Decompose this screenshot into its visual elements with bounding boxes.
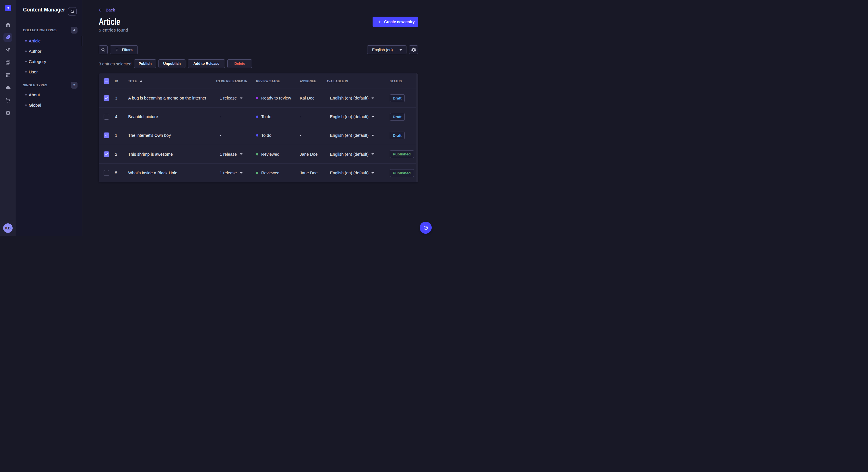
row-title: This shrimp is awesome xyxy=(128,152,216,157)
search-icon xyxy=(101,47,105,52)
locale-select-value: English (en) xyxy=(372,47,393,52)
question-circle-icon xyxy=(423,225,429,231)
row-checkbox[interactable] xyxy=(104,114,110,120)
locale-select[interactable]: English (en) xyxy=(367,45,406,54)
table-row[interactable]: 5What's inside a Black Hole1 releaseRevi… xyxy=(99,164,416,182)
layout-icon xyxy=(5,72,11,78)
question-circle-icon-slot xyxy=(423,225,429,231)
row-available-in[interactable]: English (en) (default) xyxy=(327,96,390,100)
sidebar-item-about[interactable]: About xyxy=(16,90,82,100)
check-icon xyxy=(105,152,108,156)
row-title: A bug is becoming a meme on the internet xyxy=(128,96,216,100)
sidebar-item-article[interactable]: Article xyxy=(16,36,82,46)
rail-item-deploy[interactable] xyxy=(0,81,16,94)
row-available-in[interactable]: English (en) (default) xyxy=(327,114,390,119)
row-assignee: Jane Doe xyxy=(300,152,327,157)
row-available-in[interactable]: English (en) (default) xyxy=(327,133,390,138)
view-settings-button[interactable] xyxy=(409,45,418,54)
row-assignee: - xyxy=(300,114,327,119)
row-release[interactable]: 1 release xyxy=(216,152,256,157)
row-checkbox[interactable] xyxy=(104,133,110,138)
table-row[interactable]: 4Beautiful picture-To do-English (en) (d… xyxy=(99,107,416,126)
row-id: 4 xyxy=(115,114,128,119)
column-header-id[interactable]: ID xyxy=(115,79,128,83)
filters-button[interactable]: Filters xyxy=(110,45,138,54)
user-avatar[interactable]: KD xyxy=(3,224,12,233)
rail-item-content-type-builder[interactable] xyxy=(0,69,16,81)
chevron-down-icon xyxy=(371,116,374,117)
chevron-down-icon xyxy=(240,172,243,174)
sidebar-search-button[interactable] xyxy=(68,7,76,16)
table-row[interactable]: 3A bug is becoming a meme on the interne… xyxy=(99,89,416,107)
sidebar-scrollbar-thumb[interactable] xyxy=(82,36,82,46)
row-release[interactable]: 1 release xyxy=(216,171,256,175)
rail-item-settings[interactable] xyxy=(0,107,16,119)
table-header-row: ID TITLE TO BE RELEASED IN REVIEW STAGE … xyxy=(99,73,416,89)
row-release-value: 1 release xyxy=(220,152,237,157)
select-all-checkbox[interactable] xyxy=(104,78,110,84)
row-checkbox-cell xyxy=(99,95,115,101)
row-review-stage: Ready to review xyxy=(256,96,300,100)
column-header-assignee[interactable]: ASSIGNEE xyxy=(300,79,327,83)
row-available-in[interactable]: English (en) (default) xyxy=(327,171,390,175)
column-header-release[interactable]: TO BE RELEASED IN xyxy=(216,79,256,83)
selection-actions: PublishUnpublishAdd to ReleaseDelete xyxy=(134,59,255,68)
row-status: Draft xyxy=(390,113,416,121)
column-header-review-stage[interactable]: REVIEW STAGE xyxy=(256,79,300,83)
strapi-logo-button[interactable] xyxy=(5,5,11,11)
rail-item-content-manager[interactable] xyxy=(0,31,16,43)
main-content: Back Article Create new entry 5 entries … xyxy=(83,0,434,236)
stage-dot xyxy=(256,115,258,118)
chevron-down-icon xyxy=(371,98,374,99)
gear-icon xyxy=(411,47,416,53)
create-new-entry-button[interactable]: Create new entry xyxy=(373,16,418,27)
chevron-down-icon xyxy=(399,49,402,51)
table-row[interactable]: 2This shrimp is awesome1 releaseReviewed… xyxy=(99,145,416,164)
column-header-title[interactable]: TITLE xyxy=(128,79,216,83)
column-header-status[interactable]: STATUS xyxy=(390,79,416,83)
images-icon xyxy=(5,60,11,65)
row-checkbox[interactable] xyxy=(104,170,110,176)
row-status: Draft xyxy=(390,94,416,102)
rail-item-releases[interactable] xyxy=(0,43,16,56)
strapi-logo-icon-slot xyxy=(6,6,10,10)
sidebar-item-author[interactable]: Author xyxy=(16,46,82,56)
row-id: 5 xyxy=(115,171,128,175)
row-checkbox[interactable] xyxy=(104,151,110,157)
search-button[interactable] xyxy=(99,45,107,54)
sidebar-section-label: SINGLE TYPES xyxy=(23,83,48,87)
sidebar-section-head: COLLECTION TYPES4 xyxy=(16,27,82,34)
table-row[interactable]: 1The internet's Own boy-To do-English (e… xyxy=(99,126,416,145)
sidebar-section-head: SINGLE TYPES2 xyxy=(16,82,82,89)
back-label: Back xyxy=(105,7,115,13)
stage-label: Reviewed xyxy=(261,171,280,175)
unpublish-button[interactable]: Unpublish xyxy=(158,59,185,68)
filter-icon-slot xyxy=(115,47,119,52)
publish-button[interactable]: Publish xyxy=(134,59,156,68)
add-to-release-button[interactable]: Add to Release xyxy=(188,59,225,68)
rail-nav xyxy=(0,19,16,119)
sidebar-item-user[interactable]: User xyxy=(16,67,82,77)
row-available-in[interactable]: English (en) (default) xyxy=(327,152,390,157)
chevron-down-icon xyxy=(371,135,374,136)
sidebar-item-category[interactable]: Category xyxy=(16,56,82,67)
help-button[interactable] xyxy=(420,222,432,234)
rail-item-home[interactable] xyxy=(0,19,16,31)
row-checkbox[interactable] xyxy=(104,95,110,101)
cart-icon xyxy=(3,96,12,105)
chevron-down-icon xyxy=(240,98,243,99)
row-review-stage: Reviewed xyxy=(256,171,300,175)
rail-item-media-library[interactable] xyxy=(0,56,16,69)
delete-button[interactable]: Delete xyxy=(227,59,252,68)
sidebar-item-global[interactable]: Global xyxy=(16,100,82,110)
column-header-available-in[interactable]: AVAILABLE IN xyxy=(327,79,390,83)
entries-table: ID TITLE TO BE RELEASED IN REVIEW STAGE … xyxy=(99,73,418,182)
chevron-down-icon xyxy=(371,154,374,155)
row-release[interactable]: 1 release xyxy=(216,96,256,100)
row-review-stage: Reviewed xyxy=(256,152,300,157)
plus-icon-slot xyxy=(378,20,381,24)
back-link[interactable]: Back xyxy=(99,7,115,13)
empty-value: - xyxy=(300,133,301,138)
rail-item-marketplace[interactable] xyxy=(0,94,16,107)
strapi-logo xyxy=(6,6,10,10)
